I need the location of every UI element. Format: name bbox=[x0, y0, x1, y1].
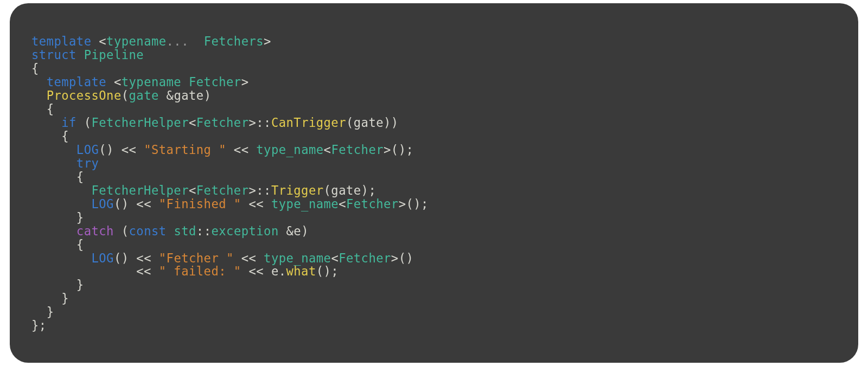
code-block: template <typename... Fetchers> struct P… bbox=[10, 3, 858, 363]
code-content: template <typename... Fetchers> struct P… bbox=[31, 35, 837, 332]
